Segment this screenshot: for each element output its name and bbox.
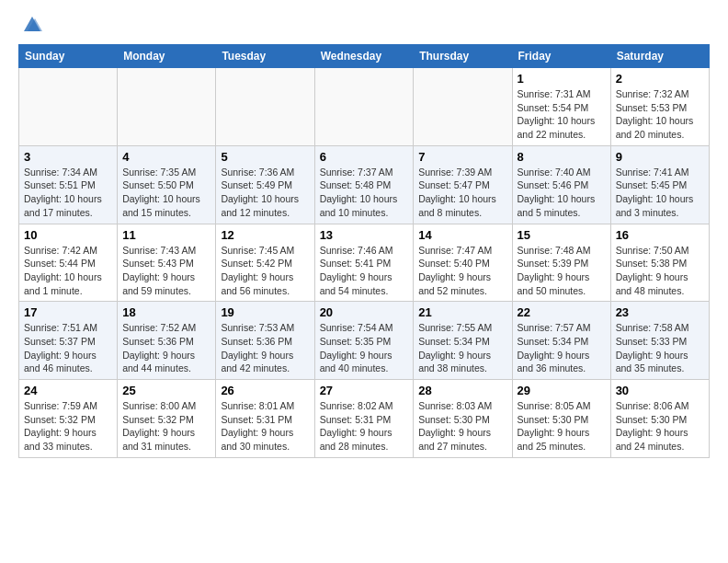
- day-info: Sunrise: 8:03 AM Sunset: 5:30 PM Dayligh…: [418, 399, 506, 454]
- day-info: Sunrise: 7:58 AM Sunset: 5:33 PM Dayligh…: [616, 321, 704, 375]
- col-header-saturday: Saturday: [610, 45, 709, 68]
- day-info: Sunrise: 7:32 AM Sunset: 5:53 PM Dayligh…: [616, 87, 704, 142]
- day-info: Sunrise: 7:50 AM Sunset: 5:38 PM Dayligh…: [616, 244, 704, 298]
- calendar-cell: 20Sunrise: 7:54 AM Sunset: 5:35 PM Dayli…: [314, 302, 414, 380]
- calendar-cell: 27Sunrise: 8:02 AM Sunset: 5:31 PM Dayli…: [314, 380, 414, 458]
- day-number: 29: [518, 384, 606, 397]
- calendar-cell: 22Sunrise: 7:57 AM Sunset: 5:34 PM Dayli…: [512, 302, 610, 380]
- day-number: 26: [221, 384, 309, 397]
- day-number: 22: [518, 305, 606, 319]
- calendar-cell: 14Sunrise: 7:47 AM Sunset: 5:40 PM Dayli…: [414, 224, 512, 302]
- day-info: Sunrise: 8:01 AM Sunset: 5:31 PM Dayligh…: [221, 399, 309, 454]
- day-info: Sunrise: 7:31 AM Sunset: 5:54 PM Dayligh…: [518, 87, 606, 142]
- day-info: Sunrise: 7:41 AM Sunset: 5:45 PM Dayligh…: [616, 166, 704, 220]
- header: [18, 15, 710, 35]
- col-header-wednesday: Wednesday: [314, 45, 414, 68]
- calendar-cell: 18Sunrise: 7:52 AM Sunset: 5:36 PM Dayli…: [118, 302, 216, 380]
- day-number: 25: [122, 384, 210, 397]
- day-info: Sunrise: 7:42 AM Sunset: 5:44 PM Dayligh…: [24, 244, 112, 298]
- day-info: Sunrise: 7:39 AM Sunset: 5:47 PM Dayligh…: [418, 166, 506, 220]
- day-info: Sunrise: 7:45 AM Sunset: 5:42 PM Dayligh…: [221, 244, 309, 298]
- calendar-week-row: 24Sunrise: 7:59 AM Sunset: 5:32 PM Dayli…: [19, 380, 710, 458]
- day-number: 21: [418, 305, 506, 319]
- day-number: 3: [24, 150, 112, 164]
- logo-icon: [22, 15, 42, 35]
- day-number: 19: [221, 305, 309, 319]
- col-header-monday: Monday: [118, 45, 216, 68]
- calendar-cell: 8Sunrise: 7:40 AM Sunset: 5:46 PM Daylig…: [512, 145, 610, 224]
- calendar-cell: 4Sunrise: 7:35 AM Sunset: 5:50 PM Daylig…: [118, 145, 216, 224]
- calendar-week-row: 17Sunrise: 7:51 AM Sunset: 5:37 PM Dayli…: [19, 302, 710, 380]
- day-number: 14: [418, 228, 506, 242]
- day-info: Sunrise: 7:34 AM Sunset: 5:51 PM Dayligh…: [24, 166, 112, 220]
- calendar-cell: [19, 68, 118, 146]
- day-number: 16: [616, 228, 704, 242]
- logo-text: [18, 15, 42, 35]
- day-info: Sunrise: 7:54 AM Sunset: 5:35 PM Dayligh…: [320, 321, 409, 375]
- day-info: Sunrise: 7:47 AM Sunset: 5:40 PM Dayligh…: [418, 244, 506, 298]
- calendar-cell: 6Sunrise: 7:37 AM Sunset: 5:48 PM Daylig…: [314, 145, 414, 224]
- col-header-sunday: Sunday: [19, 45, 118, 68]
- calendar-cell: 30Sunrise: 8:06 AM Sunset: 5:30 PM Dayli…: [610, 380, 709, 458]
- calendar-week-row: 3Sunrise: 7:34 AM Sunset: 5:51 PM Daylig…: [19, 145, 710, 224]
- day-number: 27: [320, 384, 409, 397]
- day-number: 28: [418, 384, 506, 397]
- day-number: 8: [518, 150, 606, 164]
- day-info: Sunrise: 7:53 AM Sunset: 5:36 PM Dayligh…: [221, 321, 309, 375]
- page: SundayMondayTuesdayWednesdayThursdayFrid…: [0, 0, 728, 473]
- day-info: Sunrise: 7:52 AM Sunset: 5:36 PM Dayligh…: [122, 321, 210, 375]
- day-number: 1: [518, 72, 606, 86]
- calendar-cell: 16Sunrise: 7:50 AM Sunset: 5:38 PM Dayli…: [610, 224, 709, 302]
- day-number: 9: [616, 150, 704, 164]
- calendar-week-row: 10Sunrise: 7:42 AM Sunset: 5:44 PM Dayli…: [19, 224, 710, 302]
- calendar-cell: 11Sunrise: 7:43 AM Sunset: 5:43 PM Dayli…: [118, 224, 216, 302]
- calendar-cell: 17Sunrise: 7:51 AM Sunset: 5:37 PM Dayli…: [19, 302, 118, 380]
- day-info: Sunrise: 7:43 AM Sunset: 5:43 PM Dayligh…: [122, 244, 210, 298]
- calendar-cell: 21Sunrise: 7:55 AM Sunset: 5:34 PM Dayli…: [414, 302, 512, 380]
- day-info: Sunrise: 8:05 AM Sunset: 5:30 PM Dayligh…: [518, 399, 606, 454]
- day-info: Sunrise: 7:36 AM Sunset: 5:49 PM Dayligh…: [221, 166, 309, 220]
- day-number: 2: [616, 72, 704, 86]
- day-info: Sunrise: 7:55 AM Sunset: 5:34 PM Dayligh…: [418, 321, 506, 375]
- calendar-header-row: SundayMondayTuesdayWednesdayThursdayFrid…: [19, 45, 710, 68]
- calendar-cell: 2Sunrise: 7:32 AM Sunset: 5:53 PM Daylig…: [610, 68, 709, 146]
- day-number: 17: [24, 305, 112, 319]
- calendar-cell: 29Sunrise: 8:05 AM Sunset: 5:30 PM Dayli…: [512, 380, 610, 458]
- col-header-tuesday: Tuesday: [216, 45, 314, 68]
- day-number: 23: [616, 305, 704, 319]
- day-number: 18: [122, 305, 210, 319]
- calendar-cell: 9Sunrise: 7:41 AM Sunset: 5:45 PM Daylig…: [610, 145, 709, 224]
- calendar-cell: [216, 68, 314, 146]
- day-number: 30: [616, 384, 704, 397]
- calendar-cell: 25Sunrise: 8:00 AM Sunset: 5:32 PM Dayli…: [118, 380, 216, 458]
- day-info: Sunrise: 7:57 AM Sunset: 5:34 PM Dayligh…: [518, 321, 606, 375]
- col-header-thursday: Thursday: [414, 45, 512, 68]
- day-number: 11: [122, 228, 210, 242]
- calendar-table: SundayMondayTuesdayWednesdayThursdayFrid…: [18, 44, 710, 458]
- logo: [18, 15, 42, 35]
- calendar-cell: 28Sunrise: 8:03 AM Sunset: 5:30 PM Dayli…: [414, 380, 512, 458]
- day-info: Sunrise: 7:51 AM Sunset: 5:37 PM Dayligh…: [24, 321, 112, 375]
- day-number: 6: [320, 150, 409, 164]
- calendar-cell: 13Sunrise: 7:46 AM Sunset: 5:41 PM Dayli…: [314, 224, 414, 302]
- calendar-cell: 19Sunrise: 7:53 AM Sunset: 5:36 PM Dayli…: [216, 302, 314, 380]
- col-header-friday: Friday: [512, 45, 610, 68]
- calendar-cell: 5Sunrise: 7:36 AM Sunset: 5:49 PM Daylig…: [216, 145, 314, 224]
- day-number: 24: [24, 384, 112, 397]
- day-number: 5: [221, 150, 309, 164]
- day-number: 7: [418, 150, 506, 164]
- day-number: 15: [518, 228, 606, 242]
- day-info: Sunrise: 7:37 AM Sunset: 5:48 PM Dayligh…: [320, 166, 409, 220]
- day-info: Sunrise: 7:59 AM Sunset: 5:32 PM Dayligh…: [24, 399, 112, 454]
- day-number: 12: [221, 228, 309, 242]
- day-number: 4: [122, 150, 210, 164]
- calendar-cell: 12Sunrise: 7:45 AM Sunset: 5:42 PM Dayli…: [216, 224, 314, 302]
- day-info: Sunrise: 7:46 AM Sunset: 5:41 PM Dayligh…: [320, 244, 409, 298]
- day-info: Sunrise: 7:35 AM Sunset: 5:50 PM Dayligh…: [122, 166, 210, 220]
- calendar-cell: 26Sunrise: 8:01 AM Sunset: 5:31 PM Dayli…: [216, 380, 314, 458]
- day-info: Sunrise: 7:40 AM Sunset: 5:46 PM Dayligh…: [518, 166, 606, 220]
- calendar-cell: 24Sunrise: 7:59 AM Sunset: 5:32 PM Dayli…: [19, 380, 118, 458]
- day-info: Sunrise: 8:06 AM Sunset: 5:30 PM Dayligh…: [616, 399, 704, 454]
- calendar-cell: 1Sunrise: 7:31 AM Sunset: 5:54 PM Daylig…: [512, 68, 610, 146]
- calendar-cell: 23Sunrise: 7:58 AM Sunset: 5:33 PM Dayli…: [610, 302, 709, 380]
